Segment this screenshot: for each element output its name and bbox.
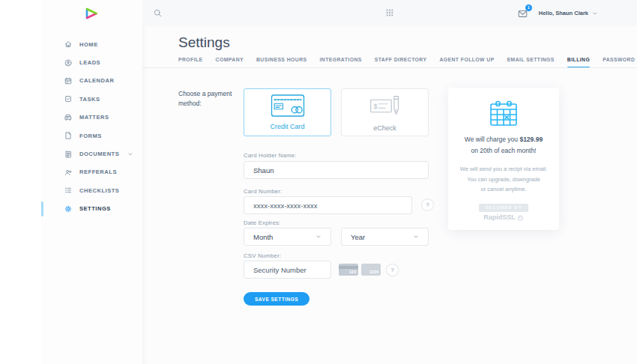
billing-info-card: We will charge you $129.99 on 20th of ea… [448, 88, 559, 230]
checklists-icon [64, 186, 73, 195]
payment-method-echeck[interactable]: eCheck [341, 88, 429, 136]
sidebar-item-label: LEADS [79, 59, 100, 66]
sidebar-item-home[interactable]: HOME [41, 35, 142, 53]
lock-icon [517, 214, 524, 221]
save-settings-button[interactable]: SAVE SETTINGS [244, 292, 310, 306]
tasks-icon [64, 94, 73, 103]
user-cluster: 1 Hello, Shaun Clark [516, 0, 598, 26]
tab-business-hours[interactable]: BUSINESS HOURS [256, 57, 307, 68]
sidebar-item-label: FORMS [79, 133, 102, 139]
app-logo[interactable] [85, 7, 99, 19]
cvv-hint-card-back: 123 [339, 264, 358, 276]
sidebar-item-calendar[interactable]: CALENDAR [41, 72, 142, 90]
tab-staff-directory[interactable]: STAFF DIRECTORY [375, 57, 427, 68]
forms-icon [64, 131, 73, 140]
csv-input[interactable] [244, 261, 331, 279]
chevron-down-icon [413, 234, 419, 240]
home-icon [64, 40, 73, 49]
sidebar-item-tasks[interactable]: TASKS [41, 90, 142, 108]
sidebar-item-settings[interactable]: SETTINGS [41, 200, 142, 218]
sidebar-item-label: DOCUMENTS [79, 151, 119, 157]
sidebar-item-label: CALENDAR [79, 77, 114, 84]
sidebar-item-label: TASKS [79, 96, 100, 103]
card-number-input[interactable] [244, 196, 412, 214]
cvv-hint-card-front: 1234 [361, 264, 381, 276]
tab-agent-follow-up[interactable]: AGENT FOLLOW UP [439, 57, 494, 68]
refferals-icon [64, 168, 73, 177]
tab-email-settings[interactable]: EMAIL SETTINGS [507, 57, 555, 68]
sidebar-item-label: HOME [79, 41, 98, 48]
search-icon[interactable] [153, 8, 163, 18]
page-title: Settings [178, 34, 230, 51]
year-select[interactable]: Year [341, 228, 429, 246]
date-expires-label: Date Expires: [244, 219, 280, 226]
sidebar-item-label: REFFERALS [79, 169, 117, 175]
sidebar-item-matters[interactable]: MATTERS [41, 109, 142, 127]
notification-badge: 1 [525, 4, 532, 11]
billing-notes: We will send you a recipt via email. You… [448, 164, 559, 195]
sidebar-item-label: SETTINGS [79, 205, 111, 212]
chevron-down-icon[interactable] [592, 10, 598, 16]
charge-amount: $129.99 [519, 136, 543, 143]
charge-text: We will charge you $129.99 on 20th of ea… [448, 134, 559, 157]
sidebar-menu: HOME LEADS CALENDAR TASKS [41, 35, 142, 218]
calendar-icon [64, 76, 73, 85]
sidebar-item-checklists[interactable]: CHECKLISTS [41, 181, 142, 199]
csv-help-button[interactable]: ? [386, 264, 399, 276]
tab-integrations[interactable]: INTEGRATIONS [319, 57, 361, 68]
tab-password[interactable]: PASSWORD [603, 57, 635, 68]
main-content: Settings PROFILE COMPANY BUSINESS HOURS … [142, 26, 637, 364]
sidebar: HOME LEADS CALENDAR TASKS [41, 0, 142, 364]
matters-icon [64, 113, 73, 122]
credit-card-icon [271, 94, 305, 117]
sidebar-item-refferals[interactable]: REFFERALS [41, 163, 142, 181]
sidebar-item-forms[interactable]: FORMS [41, 127, 142, 145]
billing-note-line: You can upgrade, downgrade [448, 175, 559, 185]
tab-billing[interactable]: BILLING [567, 57, 590, 68]
card-holder-label: Card Holder Name: [244, 152, 297, 159]
tab-profile[interactable]: PROFILE [178, 57, 203, 68]
notifications-button[interactable]: 1 [516, 8, 529, 19]
settings-icon [64, 204, 73, 213]
leads-icon [64, 58, 73, 67]
sidebar-item-leads[interactable]: LEADS [41, 53, 142, 71]
card-number-help-button[interactable]: ? [421, 198, 434, 211]
chevron-down-icon [316, 234, 321, 240]
payment-method-credit-card[interactable]: Credit Card [244, 88, 331, 136]
payment-method-label: eCheck [373, 124, 396, 132]
documents-icon [64, 150, 73, 159]
card-holder-input[interactable] [244, 161, 429, 179]
chevron-down-icon [127, 151, 133, 157]
user-greeting[interactable]: Hello, Shaun Clark [539, 10, 588, 16]
tab-divider [142, 67, 637, 68]
topbar: 1 Hello, Shaun Clark [142, 0, 637, 26]
month-select[interactable]: Month [244, 228, 331, 246]
sidebar-item-documents[interactable]: DOCUMENTS [41, 145, 142, 163]
billing-note-line: or cancel anytime. [448, 184, 559, 195]
calendar-charge-icon [489, 100, 519, 127]
ssl-brand: RapidSSL [448, 213, 559, 221]
settings-tabs: PROFILE COMPANY BUSINESS HOURS INTEGRATI… [178, 57, 635, 68]
secured-by-badge: SECURED BY [479, 204, 528, 212]
tab-company[interactable]: COMPANY [216, 57, 244, 68]
csv-number-label: CSV Number: [244, 252, 281, 259]
card-number-label: Card Number: [244, 188, 282, 195]
charge-line2: on 20th of each month! [448, 145, 559, 157]
choose-payment-label: Choose a payment method: [178, 89, 238, 109]
echeck-icon [369, 94, 402, 118]
billing-note-line: We will send you a recipt via email. [448, 164, 559, 175]
apps-grid-icon[interactable] [385, 8, 394, 17]
payment-method-label: Credit Card [270, 123, 304, 130]
sidebar-item-label: CHECKLISTS [79, 187, 119, 194]
sidebar-item-label: MATTERS [79, 114, 109, 121]
